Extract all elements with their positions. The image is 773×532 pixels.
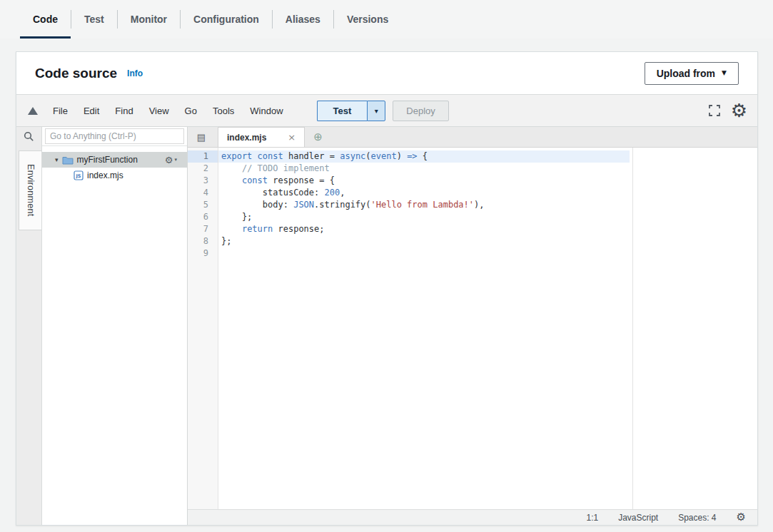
code-line-5[interactable]: body: JSON.stringify('Hello from Lambda!… (218, 199, 757, 211)
code-area: 123456789 export const handler = async(e… (188, 148, 757, 509)
editor-status-bar: 1:1 JavaScript Spaces: 4 ⚙ (188, 509, 757, 525)
gutter-line-1[interactable]: 1 (188, 150, 218, 163)
status-gear-icon[interactable]: ⚙ (737, 512, 746, 523)
code-source-header: Code source Info Upload from ▼ (16, 52, 757, 95)
gutter-line-6[interactable]: 6 (188, 211, 218, 223)
toolbar-right-icons: ⚙ (708, 101, 757, 120)
editor-tab-index-mjs[interactable]: index.mjs × (218, 127, 305, 147)
fullscreen-icon[interactable] (708, 104, 721, 117)
tab-monitor[interactable]: Monitor (118, 0, 180, 39)
menu-find[interactable]: Find (107, 101, 141, 121)
js-file-icon: JS (74, 170, 84, 180)
code-content[interactable]: export const handler = async(event) => {… (218, 148, 757, 509)
editor-tab-label: index.mjs (227, 133, 266, 143)
svg-text:JS: JS (75, 173, 81, 179)
code-line-9[interactable] (218, 247, 757, 260)
menu-go[interactable]: Go (177, 101, 205, 121)
cloud9-logo-icon (28, 107, 38, 115)
test-dropdown-button[interactable]: ▾ (367, 101, 385, 121)
tab-code[interactable]: Code (20, 0, 71, 39)
line-number-gutter: 123456789 (188, 148, 218, 509)
goto-anything-input[interactable] (45, 128, 184, 144)
chevron-down-icon: ▼ (722, 70, 727, 76)
gutter-line-4[interactable]: 4 (188, 187, 218, 199)
code-line-3[interactable]: const response = { (218, 175, 757, 187)
tab-aliases[interactable]: Aliases (273, 0, 333, 39)
function-tab-bar: CodeTestMonitorConfigurationAliasesVersi… (0, 0, 773, 39)
goto-anything-row (42, 127, 187, 146)
tab-list-icon[interactable]: ▤ (192, 127, 211, 147)
editor-tab-bar: ▤ index.mjs × ⊕ (188, 127, 757, 148)
folder-name: myFirstFunction (77, 155, 138, 165)
gear-icon: ⚙ (165, 155, 173, 165)
cursor-position[interactable]: 1:1 (586, 513, 598, 523)
editor-workspace: Environment ▾ myFirstFu (16, 127, 757, 525)
folder-icon (62, 155, 74, 165)
gutter-line-9[interactable]: 9 (188, 247, 218, 260)
code-line-4[interactable]: statusCode: 200, (218, 187, 757, 199)
menu-tools[interactable]: Tools (205, 101, 242, 121)
upload-from-button[interactable]: Upload from ▼ (645, 62, 739, 85)
gutter-line-5[interactable]: 5 (188, 199, 218, 211)
environment-label: Environment (26, 164, 36, 216)
code-line-7[interactable]: return response; (218, 223, 757, 235)
tree-folder-row[interactable]: ▾ myFirstFunction ⚙ ▾ (42, 152, 187, 168)
gutter-line-8[interactable]: 8 (188, 235, 218, 247)
code-line-1[interactable]: export const handler = async(event) => { (218, 150, 630, 163)
deploy-button[interactable]: Deploy (393, 101, 448, 121)
page-title: Code source (35, 66, 117, 81)
menu-view[interactable]: View (141, 101, 177, 121)
search-icon[interactable] (16, 127, 41, 146)
tree-file-row[interactable]: JS index.mjs (42, 168, 187, 183)
editor-menubar: FileEditFindViewGoToolsWindow (45, 101, 291, 121)
tree-expander-icon[interactable]: ▾ (55, 156, 59, 163)
file-tree: ▾ myFirstFunction ⚙ ▾ (42, 146, 187, 183)
spaces-setting[interactable]: Spaces: 4 (678, 513, 716, 523)
settings-gear-icon[interactable]: ⚙ (731, 101, 747, 120)
code-line-8[interactable]: }; (218, 235, 757, 247)
code-line-6[interactable]: }; (218, 211, 757, 223)
file-tree-panel: ▾ myFirstFunction ⚙ ▾ (42, 127, 188, 525)
info-link[interactable]: Info (127, 68, 143, 78)
tab-versions[interactable]: Versions (334, 0, 401, 39)
close-icon[interactable]: × (288, 132, 295, 143)
gutter-line-2[interactable]: 2 (188, 163, 218, 175)
left-rail: Environment (16, 127, 42, 525)
code-editor: ▤ index.mjs × ⊕ 123456789 export const h… (188, 127, 757, 525)
test-split-button: Test ▾ (317, 101, 386, 121)
test-button[interactable]: Test (317, 101, 368, 121)
chevron-down-icon: ▾ (174, 157, 177, 163)
code-source-panel: Code source Info Upload from ▼ FileEditF… (16, 51, 758, 526)
tree-settings-button[interactable]: ⚙ ▾ (165, 155, 177, 165)
add-tab-icon[interactable]: ⊕ (313, 132, 323, 143)
tab-test[interactable]: Test (71, 0, 117, 39)
file-name: index.mjs (87, 170, 123, 180)
language-mode[interactable]: JavaScript (618, 513, 658, 523)
menu-file[interactable]: File (45, 101, 76, 121)
menu-edit[interactable]: Edit (76, 101, 107, 121)
upload-from-label: Upload from (657, 68, 715, 79)
gutter-line-3[interactable]: 3 (188, 175, 218, 187)
environment-tab[interactable]: Environment (19, 150, 41, 230)
tab-configuration[interactable]: Configuration (181, 0, 272, 39)
code-line-2[interactable]: // TODO implement (218, 163, 757, 175)
gutter-line-7[interactable]: 7 (188, 223, 218, 235)
editor-toolbar: FileEditFindViewGoToolsWindow Test ▾ Dep… (16, 95, 757, 127)
menu-window[interactable]: Window (242, 101, 290, 121)
